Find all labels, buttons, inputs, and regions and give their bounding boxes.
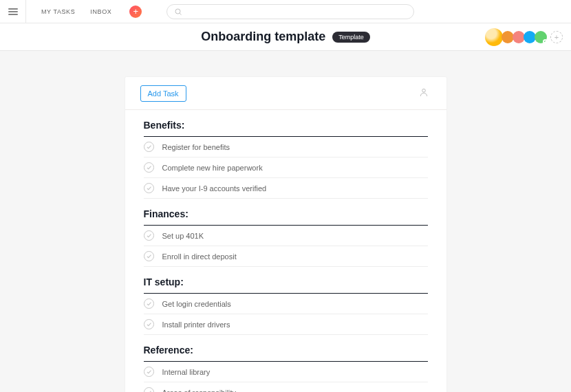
nav-link-my-tasks[interactable]: MY TASKS xyxy=(41,8,75,15)
task-row[interactable]: Internal library xyxy=(144,362,428,382)
hamburger-icon xyxy=(8,8,18,15)
task-label: Have your I-9 accounts verified xyxy=(162,184,267,193)
check-icon[interactable] xyxy=(144,183,154,193)
nav-link-inbox[interactable]: INBOX xyxy=(90,8,111,15)
top-nav: MY TASKS INBOX xyxy=(0,0,571,23)
section: IT setup: Get login credentials Install … xyxy=(125,267,446,335)
search-field[interactable] xyxy=(166,4,414,19)
task-list-card: Add Task Benefits: Register for benefits… xyxy=(125,77,446,392)
section: Reference: Internal library Areas of res… xyxy=(125,335,446,392)
task-row[interactable]: Complete new hire paperwork xyxy=(144,157,428,178)
section-heading[interactable]: IT setup: xyxy=(144,267,428,294)
project-header: Onboarding template Template + xyxy=(0,23,571,51)
check-icon[interactable] xyxy=(144,230,154,241)
avatar[interactable] xyxy=(485,28,503,46)
check-icon[interactable] xyxy=(144,142,154,152)
task-row[interactable]: Enroll in direct deposit xyxy=(144,246,428,267)
add-collaborator-button[interactable]: + xyxy=(550,31,563,43)
person-icon[interactable] xyxy=(419,87,429,100)
create-button[interactable] xyxy=(129,6,142,18)
task-row[interactable]: Register for benefits xyxy=(144,137,428,157)
add-task-button[interactable]: Add Task xyxy=(140,85,186,102)
task-row[interactable]: Install printer drivers xyxy=(144,314,428,335)
svg-point-2 xyxy=(422,89,425,92)
task-label: Set up 401K xyxy=(162,232,204,240)
svg-line-1 xyxy=(180,13,182,14)
avatar[interactable] xyxy=(535,31,547,43)
check-icon[interactable] xyxy=(144,162,154,173)
task-label: Install printer drivers xyxy=(162,320,230,329)
task-label: Get login credentials xyxy=(162,300,231,308)
task-row[interactable]: Set up 401K xyxy=(144,226,428,246)
check-icon[interactable] xyxy=(144,387,154,392)
template-badge: Template xyxy=(332,32,370,43)
check-icon[interactable] xyxy=(144,319,154,329)
task-label: Register for benefits xyxy=(162,143,230,151)
search-icon xyxy=(174,8,182,16)
sidebar-toggle-button[interactable] xyxy=(0,0,26,23)
section: Benefits: Register for benefits Complete… xyxy=(125,110,446,199)
check-icon[interactable] xyxy=(144,251,154,261)
collaborators: + xyxy=(485,28,563,46)
task-label: Complete new hire paperwork xyxy=(162,164,263,172)
check-icon[interactable] xyxy=(144,298,154,309)
task-row[interactable]: Areas of responsibility xyxy=(144,382,428,392)
section-heading[interactable]: Finances: xyxy=(144,199,428,226)
check-icon[interactable] xyxy=(144,367,154,377)
task-label: Enroll in direct deposit xyxy=(162,252,237,261)
search-input[interactable] xyxy=(186,8,413,16)
svg-point-0 xyxy=(175,9,180,14)
section-heading[interactable]: Benefits: xyxy=(144,110,428,137)
task-row[interactable]: Get login credentials xyxy=(144,294,428,314)
project-title: Onboarding template xyxy=(201,30,325,44)
section: Finances: Set up 401K Enroll in direct d… xyxy=(125,199,446,267)
task-label: Areas of responsibility xyxy=(162,389,237,393)
task-label: Internal library xyxy=(162,368,211,376)
card-action-bar: Add Task xyxy=(125,77,446,110)
task-row[interactable]: Have your I-9 accounts verified xyxy=(144,178,428,199)
section-heading[interactable]: Reference: xyxy=(144,335,428,362)
